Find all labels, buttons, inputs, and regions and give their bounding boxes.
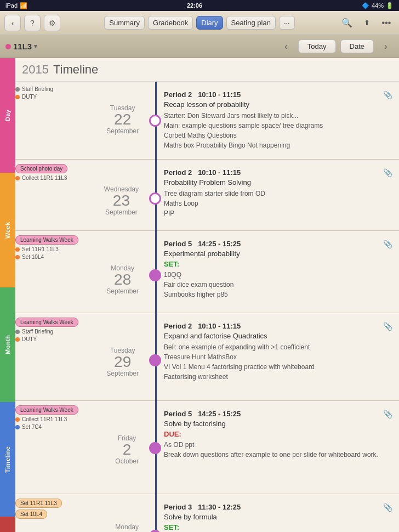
tags-oct5: Set 11R1 11L3 Set 10L4: [15, 499, 139, 519]
date-oct5: Monday 5 October: [115, 523, 139, 532]
tag-staff-briefing2: Staff Briefing: [15, 329, 53, 335]
class-label: 11L3 ▾: [5, 42, 37, 51]
day-left-sep23: School photo day Collect 11R1 11L3 Wedne…: [15, 160, 155, 230]
timeline-content: Staff Briefing DUTY Tuesday 22 September: [15, 82, 399, 532]
main-area: Day Week Month Timeline Planner 2015 Tim…: [0, 58, 399, 532]
next-button[interactable]: ›: [378, 39, 394, 54]
more-button[interactable]: •••: [378, 15, 395, 31]
day-circle-sep29: [149, 354, 161, 366]
sidebar-item-timeline[interactable]: Timeline: [0, 402, 15, 517]
tag-dot: [15, 247, 20, 252]
tag-set7c4: Set 7C4: [15, 424, 42, 430]
tags-sep29: Learning Walks Week Staff Briefing DUTY: [15, 318, 139, 342]
bluetooth-icon: 🔷: [362, 2, 369, 9]
tag-learning-walks3: Learning Walks Week: [15, 405, 78, 415]
tab-more[interactable]: ···: [279, 16, 295, 30]
tag-set11r1: Set 11R1 11L3: [15, 246, 59, 252]
battery-icon: 🔋: [386, 2, 394, 9]
class-dropdown-icon[interactable]: ▾: [34, 43, 37, 50]
event-period3-oct5: Period 3 11:30 - 12:25 Solve by formula …: [162, 499, 395, 532]
day-left-sep28: Learning Walks Week Set 11R1 11L3 Set 10…: [15, 231, 155, 313]
clip-icon: 📎: [383, 322, 392, 331]
event-keyword-due: DUE:: [164, 430, 392, 438]
ipad-label: iPad: [5, 2, 18, 9]
day-block-sep28: Learning Walks Week Set 11R1 11L3 Set 10…: [15, 231, 399, 313]
clip-icon: 📎: [383, 168, 392, 177]
day-block-oct2: Learning Walks Week Collect 11R1 11L3 Se…: [15, 401, 399, 494]
events-oct2: Period 5 14:25 - 15:25 Solve by factoris…: [155, 401, 399, 494]
sidebar-item-day[interactable]: Day: [0, 58, 15, 173]
tag-set11r1-2: Set 11R1 11L3: [15, 499, 62, 508]
date-sep29: Tuesday 29 September: [106, 347, 139, 377]
tag-learning-walks2: Learning Walks Week: [15, 318, 78, 327]
year-header: 2015 Timeline: [15, 58, 399, 82]
tags-sep23: School photo day Collect 11R1 11L3: [15, 164, 139, 181]
upload-button[interactable]: ⬆: [358, 15, 375, 31]
tag-dot: [15, 337, 20, 342]
tag-dot: [15, 255, 20, 259]
tags-sep22: Staff Briefing DUTY: [15, 86, 139, 100]
day-circle-sep28: [149, 269, 161, 281]
year-label: 2015: [22, 63, 49, 77]
today-button[interactable]: Today: [298, 39, 336, 53]
date-sep23: Wednesday 23 September: [104, 185, 139, 216]
tag-set10l4-2: Set 10L4: [15, 510, 47, 519]
back-button[interactable]: ‹: [4, 15, 21, 31]
tag-dot: [15, 330, 20, 334]
tag-dot: [15, 417, 20, 422]
tags-oct2: Learning Walks Week Collect 11R1 11L3 Se…: [15, 405, 139, 430]
sidebar-item-planner[interactable]: Planner: [0, 517, 15, 532]
clip-icon: 📎: [383, 90, 392, 99]
day-block-sep22: Staff Briefing DUTY Tuesday 22 September: [15, 82, 399, 160]
tab-diary[interactable]: Diary: [196, 16, 223, 30]
events-oct5: Period 3 11:30 - 12:25 Solve by formula …: [155, 494, 399, 532]
help-button[interactable]: ?: [24, 15, 41, 31]
tag-dot: [15, 87, 20, 92]
day-block-oct5: Set 11R1 11L3 Set 10L4 Monday 5 October: [15, 494, 399, 532]
tag-set10l4: Set 10L4: [15, 254, 44, 260]
tag-duty: DUTY: [15, 94, 37, 100]
status-bar: iPad 📶 22:06 🔷 44% 🔋: [0, 0, 399, 11]
date-button[interactable]: Date: [340, 39, 374, 53]
day-left-sep29: Learning Walks Week Staff Briefing DUTY: [15, 313, 155, 400]
day-left-oct2: Learning Walks Week Collect 11R1 11L3 Se…: [15, 401, 155, 494]
tab-summary[interactable]: Summary: [104, 16, 145, 30]
tag-staff-briefing: Staff Briefing: [15, 86, 53, 92]
timeline-center-line: [155, 82, 157, 532]
event-keyword-set: SET:: [164, 523, 392, 531]
tag-learning-walks1: Learning Walks Week: [15, 235, 78, 245]
day-block-sep23: School photo day Collect 11R1 11L3 Wedne…: [15, 160, 399, 231]
tag-dot: [15, 176, 20, 180]
search-button[interactable]: 🔍: [339, 15, 355, 31]
status-left: iPad 📶: [5, 2, 27, 9]
days-container: Staff Briefing DUTY Tuesday 22 September: [15, 82, 399, 532]
day-circle-sep23: [149, 193, 161, 205]
class-name: 11L3: [13, 42, 32, 51]
prev-button[interactable]: ‹: [278, 39, 294, 54]
sidebar-item-month[interactable]: Month: [0, 287, 15, 402]
top-nav: ‹ ? ⚙ Summary Gradebook Diary Seating pl…: [0, 11, 399, 35]
tab-seating-plan[interactable]: Seating plan: [226, 16, 276, 30]
day-block-sep29: Learning Walks Week Staff Briefing DUTY: [15, 313, 399, 401]
battery-label: 44%: [372, 2, 384, 9]
events-sep22: Period 2 10:10 - 11:15 Recap lesson of p…: [155, 82, 399, 159]
settings-button[interactable]: ⚙: [44, 15, 60, 31]
tags-sep28: Learning Walks Week Set 11R1 11L3 Set 10…: [15, 235, 139, 260]
events-sep23: Period 2 10:10 - 11:15 Probability Probl…: [155, 160, 399, 230]
clip-icon: 📎: [383, 410, 392, 418]
event-period5-oct2: Period 5 14:25 - 15:25 Solve by factoris…: [162, 405, 395, 464]
event-period2-sep22: Period 2 10:10 - 11:15 Recap lesson of p…: [162, 86, 395, 155]
sidebar-item-week[interactable]: Week: [0, 173, 15, 287]
event-period2-sep29: Period 2 10:10 - 11:15 Expand and factor…: [162, 318, 395, 386]
events-sep29: Period 2 10:10 - 11:15 Expand and factor…: [155, 313, 399, 400]
day-circle-sep22: [149, 115, 161, 127]
tag-dot: [15, 95, 20, 99]
date-oct2: Friday 2 October: [115, 434, 139, 465]
class-color-dot: [5, 44, 11, 49]
date-sep22: Tuesday 22 September: [106, 104, 139, 135]
tag-duty2: DUTY: [15, 336, 37, 342]
status-right: 🔷 44% 🔋: [362, 2, 394, 9]
secondary-nav: 11L3 ▾ ‹ Today Date ›: [0, 35, 399, 58]
tab-gradebook[interactable]: Gradebook: [148, 16, 193, 30]
day-circle-oct2: [149, 442, 161, 454]
